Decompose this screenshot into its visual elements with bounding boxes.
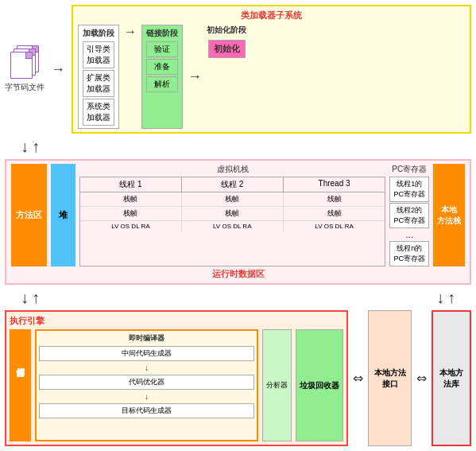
- arrow-down-1: ↓: [21, 138, 29, 154]
- pc-block: PC寄存器 线程1的PC寄存器 线程2的PC寄存器 ... 线程n的PC寄存器: [389, 164, 429, 266]
- virtual-stack-title: 虚拟机栈: [79, 164, 385, 175]
- stack-frame-2-3: 线帧: [284, 207, 385, 220]
- linking-items: 验证 准备 解析: [146, 41, 178, 92]
- pc-dots: ...: [389, 229, 429, 240]
- loader-item-3: 系统类加载器: [83, 99, 114, 126]
- arrow-linking-to-init: →: [188, 25, 202, 129]
- vstack-row-3: LV OS DL RA LV OS DL RA LV OS DL RA: [80, 221, 385, 231]
- double-arrow-native-lib: ⇔: [416, 310, 427, 446]
- stack-frame-1-1: 栈帧: [80, 192, 182, 206]
- loading-stage-title: 加载阶段: [83, 28, 114, 39]
- arrow-up-2: ↑: [32, 290, 40, 305]
- init-stage-wrapper: 初始化阶段 初始化: [207, 25, 246, 129]
- jit-title: 即时编译器: [39, 333, 254, 344]
- vstack-row-2: 栈帧 栈帧 线帧: [80, 207, 385, 221]
- pc-item-n: 线程n的PC寄存器: [389, 241, 429, 266]
- thread-header-3: Thread 3: [284, 177, 385, 192]
- jit-item-2: 代码优化器: [39, 375, 254, 390]
- init-stage-title: 初始化阶段: [207, 25, 246, 36]
- arrows-row-3: ↓ ↑: [436, 290, 455, 305]
- native-interface: 本地方法接口: [368, 310, 412, 446]
- classloader-inner: 加载阶段 引导类加载器 扩展类加载器 系统类加载器 → 链接阶段 验证 准备 解…: [78, 25, 465, 129]
- stack-frame-1-3: 线帧: [284, 192, 385, 206]
- loader-item-2: 扩展类加载器: [83, 70, 114, 97]
- pc-item-1: 线程1的PC寄存器: [389, 177, 429, 202]
- profiler-box: 分析器: [262, 329, 292, 441]
- vstack-row-1: 栈帧 栈帧 线帧: [80, 192, 385, 207]
- init-stage: 初始化: [208, 40, 246, 58]
- top-mid-arrows: ↓ ↑: [5, 138, 471, 154]
- exec-inner: 解释器 即时编译器 中间代码生成器 ↓ 代码优化器 ↓ 目标代码生成器 分析器 …: [10, 329, 343, 441]
- runtime-title: 运行时数据区: [11, 268, 465, 280]
- interpreter-box: 解释器: [10, 329, 31, 441]
- jit-arrow-2: ↓: [39, 392, 254, 401]
- loader-item-1: 引导类加载器: [83, 41, 114, 68]
- jit-item-1: 中间代码生成器: [39, 346, 254, 361]
- heap: 堆: [51, 164, 75, 266]
- middle-section: 方法区 堆 虚拟机栈 线程 1 线程 2 Thread 3 栈帧 栈帧 线帧: [5, 159, 471, 285]
- vstack-grid: 线程 1 线程 2 Thread 3 栈帧 栈帧 线帧 栈帧 栈帧 线帧: [79, 177, 385, 266]
- arrows-row-1: ↓ ↑: [21, 138, 40, 154]
- native-stack: 本地方法栈: [433, 164, 465, 266]
- classloader-system: 类加载器子系统 加载阶段 引导类加载器 扩展类加载器 系统类加载器 → 链接阶段: [72, 5, 471, 134]
- stack-frame-2-1: 栈帧: [80, 207, 182, 220]
- exec-engine: 执行引擎 解释器 即时编译器 中间代码生成器 ↓ 代码优化器 ↓ 目标代码生成器…: [5, 310, 348, 446]
- native-lib-label: 本地方法库: [437, 367, 466, 390]
- init-label: 初始化: [214, 43, 240, 55]
- linking-item-1: 验证: [146, 41, 178, 57]
- mid-bottom-arrows: ↓ ↑ ↓ ↑: [5, 290, 471, 305]
- linking-stage-title: 链接阶段: [146, 28, 178, 39]
- loading-stage-items: 引导类加载器 扩展类加载器 系统类加载器: [83, 41, 114, 126]
- arrow-loading-to-linking: →: [124, 25, 137, 129]
- thread-header-1: 线程 1: [80, 177, 182, 192]
- gc-box: 垃圾回收器: [296, 329, 343, 441]
- thread-header-2: 线程 2: [182, 177, 284, 192]
- virtual-stack-block: 虚拟机栈 线程 1 线程 2 Thread 3 栈帧 栈帧 线帧 栈帧 栈帧: [79, 164, 385, 266]
- lv-cell-1: LV OS DL RA: [80, 221, 182, 231]
- stack-frame-2-2: 栈帧: [182, 207, 284, 220]
- arrow-down-3: ↓: [436, 290, 444, 305]
- file-stack: [10, 45, 39, 80]
- bytecode-files: 字节码文件: [5, 45, 45, 93]
- bytecode-label: 字节码文件: [5, 82, 45, 93]
- arrow-down-2: ↓: [21, 290, 29, 305]
- native-interface-label: 本地方法接口: [373, 367, 407, 390]
- pc-item-2: 线程2的PC寄存器: [389, 203, 429, 228]
- jit-item-3: 目标代码生成器: [39, 403, 254, 418]
- linking-stage: 链接阶段 验证 准备 解析: [141, 25, 183, 129]
- main-container: 字节码文件 → 类加载器子系统 加载阶段 引导类加载器 扩展类加载器 系统类加载…: [0, 0, 476, 451]
- native-lib: 本地方法库: [431, 310, 471, 446]
- top-section: 字节码文件 → 类加载器子系统 加载阶段 引导类加载器 扩展类加载器 系统类加载…: [5, 5, 471, 134]
- jit-arrow-1: ↓: [39, 364, 254, 372]
- stack-frame-1-2: 栈帧: [182, 192, 284, 206]
- classloader-title: 类加载器子系统: [78, 10, 465, 21]
- method-area: 方法区: [11, 164, 47, 266]
- lv-cell-2: LV OS DL RA: [182, 221, 284, 231]
- lv-cell-3: LV OS DL RA: [284, 221, 385, 231]
- pc-items: 线程1的PC寄存器 线程2的PC寄存器 ... 线程n的PC寄存器: [389, 177, 429, 266]
- arrow-up-1: ↑: [32, 138, 40, 154]
- runtime-inner: 方法区 堆 虚拟机栈 线程 1 线程 2 Thread 3 栈帧 栈帧 线帧: [11, 164, 465, 266]
- jit-compiler: 即时编译器 中间代码生成器 ↓ 代码优化器 ↓ 目标代码生成器: [35, 329, 258, 441]
- file-icon-3: [10, 52, 33, 79]
- pc-title: PC寄存器: [389, 164, 429, 175]
- vstack-header: 线程 1 线程 2 Thread 3: [80, 177, 385, 192]
- double-arrow-exec-native: ⇔: [353, 310, 363, 446]
- linking-item-3: 解析: [146, 76, 178, 92]
- arrows-row-2: ↓ ↑: [21, 290, 40, 305]
- exec-title: 执行引擎: [10, 315, 343, 327]
- arrow-up-3: ↑: [447, 290, 455, 305]
- bottom-section: 执行引擎 解释器 即时编译器 中间代码生成器 ↓ 代码优化器 ↓ 目标代码生成器…: [5, 310, 471, 446]
- loading-stage: 加载阶段 引导类加载器 扩展类加载器 系统类加载器: [78, 25, 119, 129]
- linking-item-2: 准备: [146, 59, 178, 75]
- arrow-to-classloader: →: [51, 61, 65, 78]
